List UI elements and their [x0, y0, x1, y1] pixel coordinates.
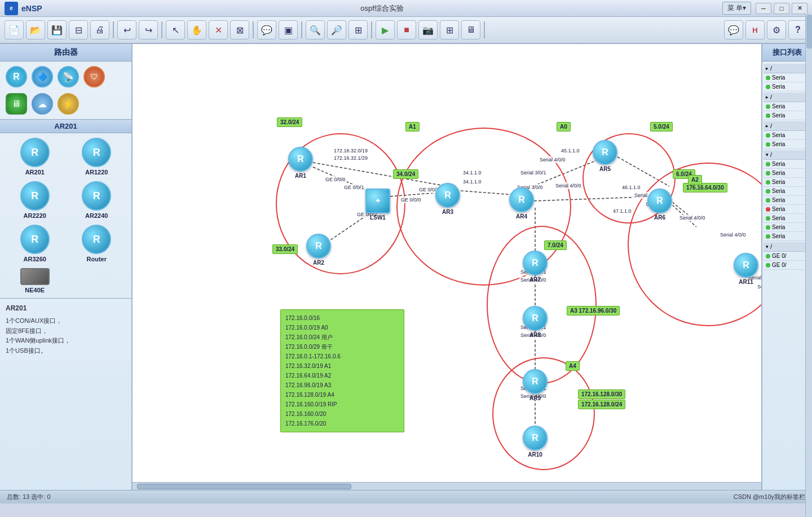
- print-button[interactable]: 🖨: [90, 20, 109, 40]
- maximize-button[interactable]: □: [774, 3, 789, 14]
- iface-item-4-4[interactable]: Seria: [764, 187, 811, 196]
- iface-item-4-8[interactable]: Seria: [764, 223, 811, 232]
- window-title: ospf综合实验: [360, 3, 404, 14]
- iface-item-1-2[interactable]: Seria: [764, 82, 811, 91]
- iface-header-3[interactable]: ▸ /: [764, 121, 811, 131]
- iface-dot-4-2: [766, 171, 770, 176]
- delete-button[interactable]: ✕: [209, 20, 228, 40]
- iface-header-4[interactable]: ▾ /: [764, 150, 811, 160]
- router-ar4[interactable]: R AR4: [509, 187, 534, 220]
- router-ar10[interactable]: R AR10: [523, 426, 548, 458]
- router-ar8[interactable]: R AR8: [523, 306, 548, 338]
- fit-button[interactable]: ⊞: [348, 20, 368, 40]
- redo-button[interactable]: ↪: [139, 20, 158, 40]
- router-ar7[interactable]: R AR7: [523, 251, 548, 283]
- router-ar2[interactable]: R AR2: [306, 234, 331, 266]
- iface-header-2[interactable]: ▸ /: [764, 93, 811, 102]
- info-line-3: 172.16.0.0/24 用户: [285, 332, 399, 342]
- router-item[interactable]: R Router: [69, 225, 125, 262]
- undo-button[interactable]: ↩: [117, 20, 136, 40]
- iface-item-4-1[interactable]: Seria: [764, 160, 811, 169]
- chat-button[interactable]: 💬: [724, 20, 743, 40]
- v-scrollbar-thumb[interactable]: [806, 44, 812, 49]
- move-button[interactable]: ✋: [187, 20, 206, 40]
- ar2240-item[interactable]: R AR2240: [69, 181, 125, 219]
- iface-item-4-7[interactable]: Seria: [764, 214, 811, 223]
- iface-header-5[interactable]: ▾ /: [764, 242, 811, 252]
- help-button[interactable]: ?: [788, 20, 807, 40]
- router-icon: R: [6, 66, 27, 87]
- pc-basic-icon[interactable]: 🖥: [6, 93, 27, 115]
- ne40e-item[interactable]: NE40E: [7, 268, 63, 293]
- iface-item-4-5[interactable]: Seria: [764, 196, 811, 205]
- router-ar9[interactable]: R AR9: [523, 369, 548, 401]
- switch-lsw1[interactable]: ✦ LSW1: [365, 189, 390, 221]
- ll-ge000: GE 0/0/0: [324, 176, 347, 183]
- iface-item-5-1[interactable]: GE 0/: [764, 252, 811, 261]
- iface-item-3-1[interactable]: Seria: [764, 131, 811, 140]
- menu-label[interactable]: 菜 单▾: [722, 2, 751, 15]
- export-button[interactable]: ⊟: [69, 20, 88, 40]
- iface-item-4-6[interactable]: Seria: [764, 205, 811, 214]
- iface-dot-3-2: [766, 142, 770, 147]
- cloud-basic-icon[interactable]: ☁: [32, 93, 53, 115]
- iface-dot-1-2: [766, 85, 770, 89]
- ar4-label: AR4: [516, 213, 527, 220]
- settings-button[interactable]: ⚙: [767, 20, 786, 40]
- select-button[interactable]: ↖: [166, 20, 185, 40]
- stop-button[interactable]: ■: [397, 20, 416, 40]
- iface-item-2-2[interactable]: Seria: [764, 111, 811, 120]
- ar2220-item[interactable]: R AR2220: [7, 181, 63, 219]
- bolt-basic-icon[interactable]: ⚡: [58, 93, 79, 115]
- status-right: CSDN @m10y我的标签栏: [734, 493, 805, 501]
- security-basic-icon[interactable]: 🛡: [83, 66, 105, 87]
- new-button[interactable]: 📄: [5, 20, 24, 40]
- ar3260-item[interactable]: R AR3260: [7, 225, 63, 262]
- iface-item-4-2[interactable]: Seria: [764, 169, 811, 178]
- table-button[interactable]: ⊞: [440, 20, 459, 40]
- router-ar11[interactable]: R AR11: [734, 253, 758, 285]
- router-ar1[interactable]: R AR1: [288, 147, 313, 179]
- wireless-basic-icon[interactable]: 📡: [58, 66, 79, 87]
- iface-item-4-9[interactable]: Seria: [764, 232, 811, 241]
- save-button[interactable]: 💾: [47, 20, 67, 40]
- ar1220-item[interactable]: R AR1220: [69, 138, 125, 176]
- router-basic-icon[interactable]: R: [6, 66, 27, 87]
- iface-item-3-2[interactable]: Seria: [764, 140, 811, 149]
- h-scrollbar-thumb[interactable]: [137, 484, 351, 489]
- zoom-out-button[interactable]: 🔎: [327, 20, 346, 40]
- close-button[interactable]: ✕: [792, 3, 807, 14]
- arrow-icon-3: ▸: [766, 123, 769, 129]
- minimize-button[interactable]: ─: [756, 3, 771, 14]
- text-button[interactable]: 💬: [257, 20, 276, 40]
- erase-button[interactable]: ⊠: [230, 20, 249, 40]
- iface-header-1[interactable]: ▸ /: [764, 64, 811, 73]
- v-scrollbar[interactable]: [805, 44, 812, 490]
- router-ar5[interactable]: R AR5: [593, 140, 617, 172]
- iface-item-4-3[interactable]: Seria: [764, 178, 811, 187]
- router-ar6[interactable]: R AR6: [647, 189, 672, 221]
- desc-title: AR201: [6, 303, 126, 314]
- firewall-basic-icon[interactable]: 🔷: [32, 66, 53, 87]
- ar201-icon: R: [20, 138, 50, 167]
- snapshot-button[interactable]: 📷: [418, 20, 438, 40]
- iface-item-1-1[interactable]: Seria: [764, 73, 811, 82]
- zoom-in-button[interactable]: 🔍: [306, 20, 325, 40]
- ar3-label: AR3: [442, 209, 453, 215]
- iface-dot-2-1: [766, 104, 770, 109]
- huawei-button[interactable]: H: [745, 20, 765, 40]
- iface-item-2-1[interactable]: Seria: [764, 102, 811, 111]
- network-canvas[interactable]: 32.0/24 33.0/24 34.0/24 5.0/24 6.0/24 7.…: [133, 44, 761, 490]
- start-button[interactable]: ▶: [376, 20, 395, 40]
- h-scrollbar[interactable]: [133, 482, 761, 490]
- iface-item-5-2[interactable]: GE 0/: [764, 261, 811, 270]
- right-panel-title: 接口列表: [762, 44, 812, 62]
- screen-button[interactable]: 🖥: [461, 20, 480, 40]
- label-5: 5.0/24: [650, 122, 673, 132]
- canvas-scroll[interactable]: 32.0/24 33.0/24 34.0/24 5.0/24 6.0/24 7.…: [133, 44, 761, 490]
- open-button[interactable]: 📂: [26, 20, 45, 40]
- router-ar3[interactable]: R AR3: [435, 183, 460, 215]
- label-7: 7.0/24: [544, 240, 567, 250]
- ar201-item[interactable]: R AR201: [7, 138, 63, 176]
- rect-button[interactable]: ▣: [279, 20, 298, 40]
